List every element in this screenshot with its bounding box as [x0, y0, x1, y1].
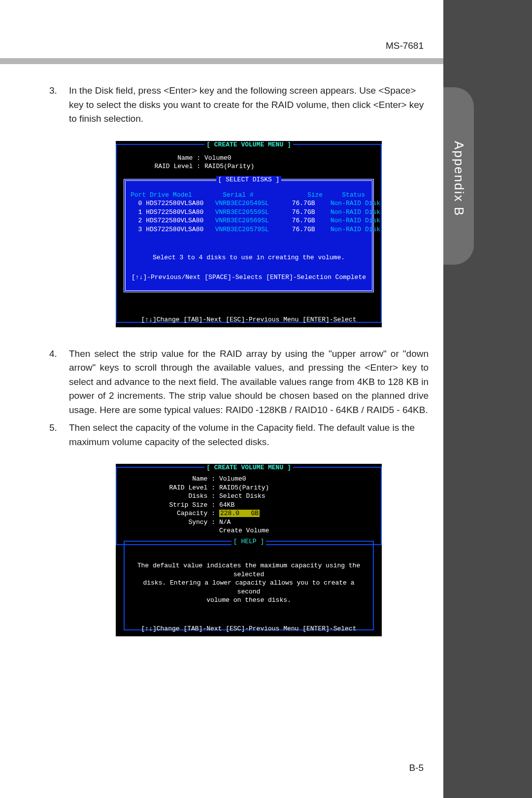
bios1-key-hints: [↑↓]-Previous/Next[SPACE]-Selects[ENTER]… [131, 273, 367, 285]
bios1-name-label: Name : [117, 154, 200, 163]
bios1-select-title: [ SELECT DISKS ] [126, 175, 372, 184]
bios1-raid-label: RAID Level : [117, 162, 200, 171]
step-5-text: Then select the capacity of the volume i… [69, 422, 415, 447]
step-3: 3. In the Disk field, press <Enter> key … [49, 84, 429, 327]
bios1-title: [ CREATE VOLUME MENU ] [117, 140, 381, 149]
bios1-raid-value: RAID5(Parity) [200, 162, 254, 171]
bios2-bottom-hints: [↑↓]Change [TAB]-Next [ESC]-Previous Men… [116, 625, 382, 633]
doc-id: MS-7681 [386, 40, 424, 51]
bios1-table-header: Port Drive Model Serial # Size Status [131, 191, 367, 200]
document-page: MS-7681 3. In the Disk field, press <Ent… [0, 0, 443, 798]
steps-list: 3. In the Disk field, press <Enter> key … [49, 84, 429, 636]
bios2-help-panel: [ HELP ] The default value indicates the… [124, 541, 374, 630]
step-5: 5. Then select the capacity of the volum… [49, 421, 429, 636]
table-row[interactable]: 2 HDS722580VLSA80 VNRB3EC20569SL 76.7GB … [131, 216, 367, 225]
step-3-text: In the Disk field, press <Enter> key and… [69, 85, 424, 124]
capacity-field-selected[interactable]: 228.0 GB [219, 510, 260, 517]
bios2-fields: Name :Volume0 RAID Level :RAID5(Parity) … [117, 468, 381, 540]
bios2-help-line3: volume on these disks. [134, 596, 363, 605]
bios2-title: [ CREATE VOLUME MENU ] [117, 463, 381, 472]
bios-screenshot-select-disks: [ CREATE VOLUME MENU ] Name :Volume0 RAI… [116, 141, 382, 327]
content-area: 3. In the Disk field, press <Enter> key … [49, 84, 429, 656]
appendix-tab-label: Appendix B [451, 136, 466, 216]
bios1-bottom-hints: [↑↓]Change [TAB]-Next [ESC]-Previous Men… [116, 315, 382, 324]
table-row[interactable]: 3 HDS722580VLSA80 VNRB3EC20579SL 76.7GB … [131, 225, 367, 234]
create-volume-item[interactable]: Create Volume [215, 526, 269, 535]
bios2-help-line1: The default value indicates the maximum … [134, 561, 363, 579]
step-4-num: 4. [49, 347, 57, 361]
bios-screenshot-capacity: [ CREATE VOLUME MENU ] Name :Volume0 RAI… [116, 464, 382, 636]
bios1-top-fields: Name :Volume0 RAID Level :RAID5(Parity) [117, 145, 381, 176]
bios2-help-line2: disks. Entering a lower capacity allows … [134, 579, 363, 596]
table-row[interactable]: 0 HDS722580VLSA80 VNRB3EC20549SL 76.7GB … [131, 199, 367, 208]
step-4: 4. Then select the strip value for the R… [49, 347, 429, 417]
bios1-outer-frame: [ CREATE VOLUME MENU ] Name :Volume0 RAI… [116, 144, 382, 323]
bios1-name-value: Volume0 [200, 154, 232, 163]
step-3-num: 3. [49, 84, 57, 98]
page-number: B-5 [409, 763, 424, 773]
appendix-tab: Appendix B [443, 87, 474, 265]
table-row[interactable]: 1 HDS722580VLSA80 VNRB3EC20559SL 76.7GB … [131, 208, 367, 217]
bios2-outer-frame: [ CREATE VOLUME MENU ] Name :Volume0 RAI… [116, 467, 382, 545]
bios2-help-title: [ HELP ] [125, 537, 373, 546]
header-band [0, 58, 443, 64]
bios1-instruction: Select 3 to 4 disks to use in creating t… [131, 253, 367, 262]
step-5-num: 5. [49, 421, 57, 435]
step-4-text: Then select the strip value for the RAID… [69, 348, 429, 415]
bios1-select-disks-panel: [ SELECT DISKS ] Port Drive Model Serial… [124, 179, 374, 293]
